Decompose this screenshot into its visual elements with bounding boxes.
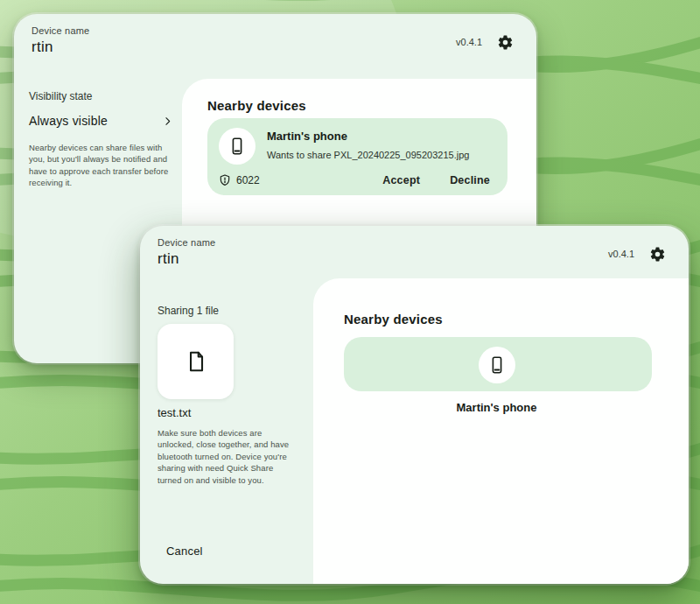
window-header: Device name rtin [32, 25, 89, 56]
pin-group: 6022 [219, 173, 260, 186]
smartphone-icon [487, 355, 507, 375]
device-avatar [219, 128, 256, 165]
device-name: Martin's phone [457, 401, 537, 414]
visibility-state-label: Visibility state [29, 90, 92, 102]
decline-button[interactable]: Decline [450, 174, 490, 186]
visibility-description: Nearby devices can share files with you,… [29, 142, 171, 189]
smartphone-icon [228, 137, 247, 156]
pin-code: 6022 [236, 174, 260, 186]
settings-button[interactable] [648, 245, 666, 263]
version-label: v0.4.1 [456, 37, 482, 47]
sharing-status-label: Sharing 1 file [158, 305, 219, 317]
visibility-selector[interactable]: Always visible [29, 114, 173, 128]
quickshare-window-sending: Device name rtin v0.4.1 Sharing 1 file t… [140, 226, 689, 584]
chevron-right-icon [162, 116, 173, 127]
device-info: Martin's phone Wants to share PXL_202402… [219, 128, 494, 165]
header-actions: v0.4.1 [456, 14, 514, 70]
cancel-button[interactable]: Cancel [166, 544, 203, 558]
device-avatar [479, 347, 515, 383]
gear-icon [497, 34, 514, 51]
device-name-value: rtin [158, 250, 215, 268]
device-name-label: Device name [158, 237, 215, 248]
file-icon [185, 350, 207, 373]
shield-icon [219, 173, 231, 186]
incoming-share-card: Martin's phone Wants to share PXL_202402… [207, 118, 508, 195]
file-preview-tile [158, 324, 234, 399]
settings-button[interactable] [496, 33, 514, 51]
gear-icon [649, 246, 666, 263]
version-label: v0.4.1 [608, 249, 634, 259]
device-name-label: Device name [32, 25, 89, 36]
card-footer: 6022 Accept Decline [219, 173, 494, 186]
device-name: Martin's phone [267, 130, 469, 143]
nearby-devices-heading: Nearby devices [344, 312, 443, 327]
device-texts: Martin's phone Wants to share PXL_202402… [267, 128, 469, 160]
visibility-value: Always visible [29, 114, 108, 128]
device-name-value: rtin [32, 39, 89, 56]
sidebar-sharing: Sharing 1 file test.txt Make sure both d… [140, 278, 313, 584]
header-actions: v0.4.1 [608, 226, 666, 282]
nearby-device-card[interactable]: Martin's phone [344, 337, 652, 391]
card-actions: Accept Decline [382, 174, 494, 186]
share-request-message: Wants to share PXL_20240225_095203215.jp… [267, 150, 469, 160]
file-name: test.txt [158, 406, 191, 419]
sharing-instructions: Make sure both devices are unlocked, clo… [158, 427, 296, 486]
accept-button[interactable]: Accept [382, 174, 420, 186]
nearby-devices-panel: Nearby devices Martin's phone [313, 278, 689, 584]
nearby-devices-heading: Nearby devices [207, 98, 306, 113]
window-header: Device name rtin [158, 237, 215, 268]
